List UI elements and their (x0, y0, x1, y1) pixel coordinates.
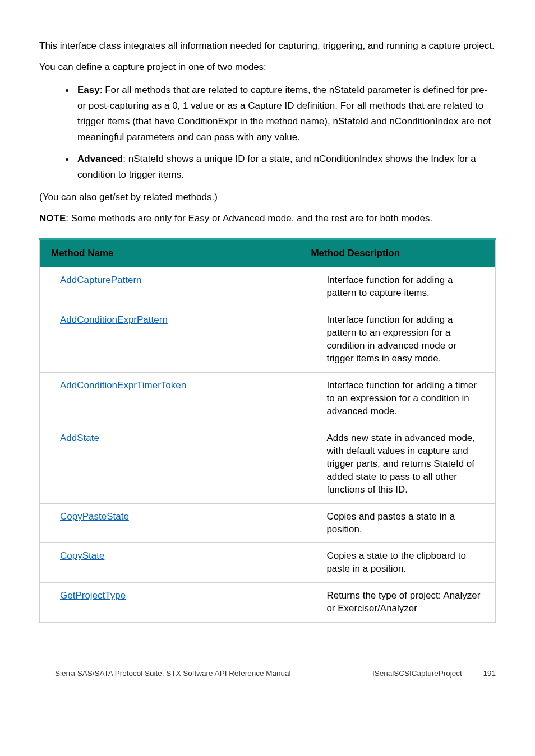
column-header-method-desc: Method Description (299, 239, 496, 267)
paragraph-intro-1: This interface class integrates all info… (39, 39, 496, 53)
footer-page-number: 191 (483, 669, 496, 678)
method-description: Adds new state in advanced mode, with de… (299, 425, 496, 503)
list-item-text: : For all methods that are related to ca… (77, 85, 491, 142)
method-link-addcapturepattern[interactable]: AddCapturePattern (60, 275, 142, 285)
method-link-addstate[interactable]: AddState (60, 433, 99, 443)
method-description: Interface function for adding a pattern … (299, 267, 496, 307)
column-header-method-name: Method Name (40, 239, 299, 267)
list-item: Advanced: nStateId shows a unique ID for… (75, 151, 496, 183)
method-description: Interface function for adding a pattern … (299, 307, 496, 373)
table-row: CopyPasteState Copies and pastes a state… (40, 503, 496, 543)
method-link-copypastestate[interactable]: CopyPasteState (60, 511, 129, 522)
paragraph-note: NOTE: Some methods are only for Easy or … (39, 212, 496, 225)
mode-list: Easy: For all methods that are related t… (39, 82, 496, 183)
list-item-text: : nStateId shows a unique ID for a state… (77, 154, 476, 180)
paragraph-intro-2: You can define a capture project in one … (39, 61, 496, 74)
list-item: Easy: For all methods that are related t… (75, 82, 496, 145)
table-row: AddState Adds new state in advanced mode… (40, 425, 496, 503)
table-row: AddConditionExprPattern Interface functi… (40, 307, 496, 373)
method-link-getprojecttype[interactable]: GetProjectType (60, 590, 126, 601)
method-description: Copies a state to the clipboard to paste… (299, 543, 496, 583)
note-text: : Some methods are only for Easy or Adva… (66, 213, 432, 224)
method-link-copystate[interactable]: CopyState (60, 550, 104, 561)
table-row: AddCapturePattern Interface function for… (40, 267, 496, 307)
footer-api-name: ISerialSCSICaptureProject (372, 669, 462, 678)
method-description: Copies and pastes a state in a position. (299, 503, 496, 543)
table-row: GetProjectType Returns the type of proje… (40, 583, 496, 623)
methods-table: Method Name Method Description AddCaptur… (39, 238, 496, 623)
paragraph-getset: (You can also get/set by related methods… (39, 191, 496, 204)
table-header-row: Method Name Method Description (40, 239, 496, 267)
footer-left-text: Sierra SAS/SATA Protocol Suite, STX Soft… (39, 662, 290, 678)
table-row: CopyState Copies a state to the clipboar… (40, 543, 496, 583)
method-link-addconditionexprpattern[interactable]: AddConditionExprPattern (60, 314, 168, 325)
bold-label-note: NOTE (39, 213, 66, 224)
method-link-addconditionexprtimertoken[interactable]: AddConditionExprTimerToken (60, 380, 186, 391)
method-description: Returns the type of project: Analyzer or… (299, 583, 496, 623)
footer-right: ISerialSCSICaptureProject 191 (372, 656, 496, 678)
page-footer: Sierra SAS/SATA Protocol Suite, STX Soft… (39, 652, 496, 678)
page-container: This interface class integrates all info… (0, 0, 535, 700)
method-description: Interface function for adding a timer to… (299, 373, 496, 425)
table-row: AddConditionExprTimerToken Interface fun… (40, 373, 496, 425)
bold-label-easy: Easy (77, 85, 100, 95)
bold-label-advanced: Advanced (77, 154, 123, 164)
